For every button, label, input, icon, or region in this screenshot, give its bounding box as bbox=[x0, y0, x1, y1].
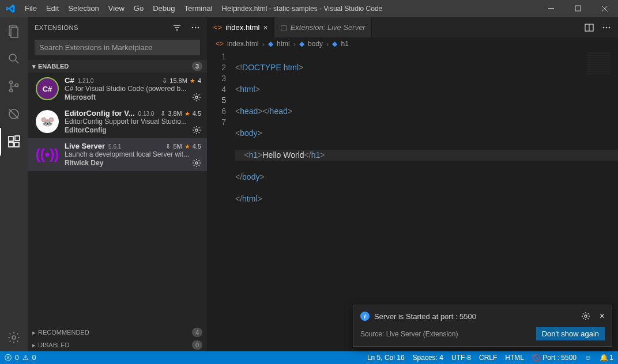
notifications-icon[interactable]: 🔔1 bbox=[600, 354, 613, 362]
status-language[interactable]: HTML bbox=[505, 354, 524, 362]
svg-point-17 bbox=[195, 96, 198, 98]
breadcrumb-h1[interactable]: h1 bbox=[341, 40, 348, 48]
feedback-icon[interactable]: ☺ bbox=[585, 354, 591, 362]
status-eol[interactable]: CRLF bbox=[479, 354, 497, 362]
cube-icon: ◆ bbox=[332, 40, 337, 48]
csharp-icon: C# bbox=[36, 77, 59, 100]
chevron-right-icon: ▸ bbox=[32, 329, 36, 336]
svg-point-18 bbox=[195, 129, 198, 131]
activity-extensions-icon[interactable] bbox=[0, 128, 28, 156]
close-icon[interactable]: × bbox=[600, 311, 605, 321]
live-server-icon: ((•)) bbox=[36, 143, 59, 166]
close-icon[interactable]: × bbox=[263, 23, 267, 32]
svg-point-14 bbox=[192, 26, 194, 28]
breadcrumb[interactable]: <> index.html › ◆ html › ◆ body › ◆ h1 bbox=[208, 37, 618, 50]
ext-rating: 4.5 bbox=[193, 110, 201, 117]
menu-file[interactable]: File bbox=[20, 0, 42, 17]
activity-source-control-icon[interactable] bbox=[0, 73, 28, 100]
tab-index-html[interactable]: <> index.html × bbox=[208, 17, 274, 37]
ext-downloads: 5M bbox=[173, 143, 182, 150]
download-icon: ⇩ bbox=[162, 77, 167, 85]
star-icon: ★ bbox=[184, 143, 190, 150]
extension-item-editorconfig[interactable]: 🐭 EditorConfig for V... 0.13.0 ⇩3.8M ★4.… bbox=[28, 105, 207, 138]
svg-point-24 bbox=[609, 26, 611, 28]
extensions-search-input[interactable] bbox=[35, 40, 200, 55]
gear-icon[interactable] bbox=[192, 126, 201, 135]
gear-icon[interactable] bbox=[581, 312, 590, 321]
download-icon: ⇩ bbox=[165, 143, 171, 150]
enabled-count: 3 bbox=[192, 62, 202, 71]
breadcrumb-file[interactable]: index.html bbox=[227, 40, 259, 48]
minimap[interactable] bbox=[587, 52, 610, 75]
tab-label: Extension: Live Server bbox=[291, 23, 365, 32]
svg-point-23 bbox=[606, 26, 608, 28]
svg-point-16 bbox=[198, 26, 199, 28]
svg-point-7 bbox=[16, 84, 18, 87]
enabled-label: ENABLED bbox=[38, 63, 69, 70]
recommended-label: RECOMMENDED bbox=[38, 329, 89, 336]
enabled-section-header[interactable]: ▾ ENABLED 3 bbox=[28, 60, 207, 73]
split-editor-icon[interactable] bbox=[585, 23, 594, 32]
tab-label: index.html bbox=[225, 23, 259, 32]
menu-selection[interactable]: Selection bbox=[63, 0, 103, 17]
cube-icon: ◆ bbox=[299, 40, 304, 48]
minimize-button[interactable] bbox=[538, 0, 565, 17]
status-cursor[interactable]: Ln 5, Col 16 bbox=[367, 354, 405, 362]
status-spaces[interactable]: Spaces: 4 bbox=[413, 354, 443, 362]
errors-icon[interactable]: ⓧ bbox=[5, 353, 12, 363]
maximize-button[interactable] bbox=[565, 0, 591, 17]
svg-point-13 bbox=[12, 336, 16, 339]
svg-rect-11 bbox=[14, 142, 19, 147]
extension-desc: EditorConfig Support for Visual Studio..… bbox=[65, 117, 201, 126]
svg-point-6 bbox=[10, 89, 13, 92]
menu-terminal[interactable]: Terminal bbox=[179, 0, 217, 17]
menu-debug[interactable]: Debug bbox=[148, 0, 179, 17]
dont-show-again-button[interactable]: Don't show again bbox=[536, 327, 605, 340]
disabled-section-header[interactable]: ▸ DISABLED 0 bbox=[28, 339, 207, 351]
recommended-section-header[interactable]: ▸ RECOMMENDED 4 bbox=[28, 326, 207, 339]
gear-icon[interactable] bbox=[192, 93, 201, 102]
status-bar: ⓧ0 ⚠0 Ln 5, Col 16 Spaces: 4 UTF-8 CRLF … bbox=[0, 351, 618, 364]
ext-downloads: 15.8M bbox=[169, 77, 187, 85]
activity-explorer-icon[interactable] bbox=[0, 17, 28, 45]
menu-go[interactable]: Go bbox=[129, 0, 148, 17]
breadcrumb-html[interactable]: html bbox=[277, 40, 290, 48]
more-icon[interactable] bbox=[191, 23, 200, 32]
line-gutter: 1 2 3 4 5 6 7 bbox=[208, 51, 235, 351]
status-encoding[interactable]: UTF-8 bbox=[451, 354, 471, 362]
activity-settings-icon[interactable] bbox=[0, 324, 28, 351]
status-port[interactable]: 🚫 Port : 5500 bbox=[532, 354, 576, 362]
chevron-right-icon: ▸ bbox=[32, 342, 36, 349]
errors-count[interactable]: 0 bbox=[15, 354, 19, 362]
menu-bar: File Edit Selection View Go Debug Termin… bbox=[20, 0, 242, 17]
warnings-icon[interactable]: ⚠ bbox=[22, 354, 29, 362]
activity-bar bbox=[0, 17, 28, 351]
svg-rect-0 bbox=[548, 8, 554, 9]
menu-view[interactable]: View bbox=[104, 0, 129, 17]
activity-search-icon[interactable] bbox=[0, 45, 28, 73]
extension-name: Live Server bbox=[65, 142, 105, 150]
download-icon: ⇩ bbox=[160, 110, 165, 117]
cube-icon: ◆ bbox=[268, 40, 273, 48]
extension-name: EditorConfig for V... bbox=[65, 109, 135, 117]
star-icon: ★ bbox=[190, 77, 195, 85]
more-icon[interactable] bbox=[602, 23, 611, 32]
gear-icon[interactable] bbox=[192, 158, 201, 168]
extension-item-live-server[interactable]: ((•)) Live Server 5.6.1 ⇩5M ★4.5 Launch … bbox=[28, 138, 207, 171]
html-file-icon: <> bbox=[216, 40, 224, 48]
tab-extension-live-server[interactable]: ▢ Extension: Live Server bbox=[274, 17, 372, 37]
extension-name: C# bbox=[65, 76, 74, 85]
breadcrumb-body[interactable]: body bbox=[308, 40, 323, 48]
filter-icon[interactable] bbox=[172, 23, 182, 32]
warnings-count[interactable]: 0 bbox=[32, 354, 36, 362]
close-button[interactable] bbox=[591, 0, 618, 17]
toast-source: Source: Live Server (Extension) bbox=[360, 330, 536, 338]
extension-item-csharp[interactable]: C# C# 1.21.0 ⇩15.8M ★4 C# for Visual Stu… bbox=[28, 73, 207, 105]
ext-rating: 4 bbox=[198, 77, 201, 85]
menu-edit[interactable]: Edit bbox=[42, 0, 63, 17]
svg-rect-9 bbox=[9, 136, 13, 141]
disabled-count: 0 bbox=[192, 340, 202, 350]
activity-debug-icon[interactable] bbox=[0, 100, 28, 128]
ext-rating: 4.5 bbox=[193, 143, 201, 150]
extension-tab-icon: ▢ bbox=[280, 23, 287, 32]
